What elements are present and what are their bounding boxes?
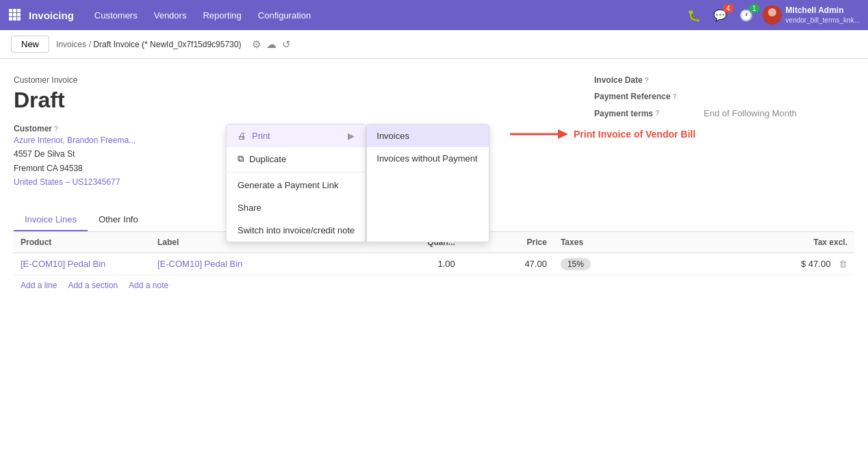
payment-ref-row: Payment Reference ? (594, 92, 854, 101)
add-section-btn[interactable]: Add a section (68, 281, 118, 290)
invoice-type: Customer Invoice (14, 75, 594, 85)
payment-link-menu-item[interactable]: Generate a Payment Link (227, 174, 366, 196)
col-product: Product (14, 232, 151, 253)
dropdown-menu: 🖨 Print ▶ ⧉ Duplicate Generate a Payment… (226, 124, 366, 242)
nav-vendors[interactable]: Vendors (147, 6, 194, 25)
annotation-container: Print Invoice of Vendor Bill (507, 124, 695, 144)
print-submenu: Invoices Invoices without Payment (366, 124, 489, 242)
settings-icon[interactable]: ⚙ (252, 38, 261, 51)
svg-rect-5 (17, 13, 21, 16)
svg-point-9 (768, 8, 776, 16)
customer-addr2: Fremont CA 94538 (14, 162, 136, 175)
label-link[interactable]: [E-COM10] Pedal Bin (157, 259, 242, 269)
svg-rect-8 (17, 17, 21, 21)
invoice-date-help-icon[interactable]: ? (645, 77, 649, 84)
tax-excl-cell: $ 47.00 🗑 (700, 253, 854, 274)
svg-rect-3 (9, 13, 12, 16)
svg-rect-7 (13, 17, 16, 21)
tab-invoice-lines[interactable]: Invoice Lines (14, 209, 88, 231)
switch-menu-item[interactable]: Switch into invoice/credit note (227, 219, 366, 242)
customer-addr3[interactable]: United States – US12345677 (14, 175, 136, 189)
invoice-date-row: Invoice Date ? (594, 75, 854, 85)
payment-ref-label: Payment Reference ? (594, 92, 697, 101)
customer-address: Azure Interior, Brandon Freema... 4557 D… (14, 133, 136, 190)
upload-icon[interactable]: ☁ (266, 38, 277, 51)
new-button[interactable]: New (11, 36, 49, 53)
add-note-btn[interactable]: Add a note (129, 281, 168, 290)
payment-terms-help-icon[interactable]: ? (655, 109, 659, 117)
action-icons: ⚙ ☁ ↺ (252, 38, 291, 51)
action-bar: New Invoices / Draft Invoice (* NewId_0x… (0, 30, 868, 59)
payment-terms-value[interactable]: End of Following Month (704, 108, 797, 118)
breadcrumb-invoices[interactable]: Invoices (56, 40, 86, 49)
customer-label: Customer ? (14, 124, 136, 133)
main-content: Customer Invoice Draft Customer ? Azure … (0, 59, 868, 451)
bug-icon-btn[interactable]: 🐛 (685, 8, 704, 23)
nav-customers[interactable]: Customers (88, 6, 144, 25)
svg-rect-6 (9, 17, 12, 21)
tax-cell: 15% (554, 253, 665, 274)
activity-badge: 1 (749, 4, 760, 13)
duplicate-menu-item[interactable]: ⧉ Duplicate (227, 147, 366, 170)
breadcrumb-current: Draft Invoice (* NewId_0x7f15d9c95730) (93, 40, 241, 49)
share-label: Share (238, 203, 261, 213)
messages-badge: 4 (723, 4, 734, 13)
user-menu[interactable]: Mitchell Admin vendor_bill_terms_knk... (763, 5, 860, 25)
switch-label: Switch into invoice/credit note (238, 225, 355, 235)
grid-icon[interactable] (8, 8, 21, 23)
customer-help-icon[interactable]: ? (54, 125, 58, 133)
activity-icon-btn[interactable]: 🕐 1 (737, 8, 756, 23)
table-row: [E-COM10] Pedal Bin [E-COM10] Pedal Bin … (14, 253, 854, 274)
annotation-text: Print Invoice of Vendor Bill (574, 129, 695, 140)
product-link[interactable]: [E-COM10] Pedal Bin (21, 259, 105, 269)
tax-badge[interactable]: 15% (561, 258, 591, 270)
spacer-cell (665, 253, 700, 274)
user-text: Mitchell Admin vendor_bill_terms_knk... (786, 5, 860, 25)
app-name[interactable]: Invoicing (29, 10, 74, 21)
submenu-invoices[interactable]: Invoices (367, 125, 489, 147)
dropdown-overlay: 🖨 Print ▶ ⧉ Duplicate Generate a Payment… (226, 124, 489, 242)
breadcrumb: Invoices / Draft Invoice (* NewId_0x7f15… (56, 39, 241, 49)
nav-configuration[interactable]: Configuration (251, 6, 318, 25)
svg-point-10 (765, 17, 779, 25)
user-detail: vendor_bill_terms_knk... (786, 16, 860, 25)
top-navigation: Invoicing Customers Vendors Reporting Co… (0, 0, 868, 30)
svg-rect-4 (13, 13, 16, 16)
print-label: Print (252, 131, 270, 141)
duplicate-label: Duplicate (249, 154, 286, 164)
customer-addr1: 4557 De Silva St (14, 147, 136, 161)
payment-terms-label: Payment terms ? (594, 109, 697, 118)
tab-other-info[interactable]: Other Info (88, 209, 149, 231)
tax-excl-value: $ 47.00 (801, 259, 830, 269)
invoice-date-label: Invoice Date ? (594, 75, 697, 85)
messages-icon-btn[interactable]: 💬 4 (711, 8, 730, 23)
product-cell: [E-COM10] Pedal Bin (14, 253, 151, 274)
menu-divider-1 (227, 172, 366, 172)
svg-rect-0 (9, 9, 12, 12)
svg-marker-12 (558, 129, 568, 139)
invoice-status: Draft (14, 88, 594, 113)
refresh-icon[interactable]: ↺ (282, 38, 291, 51)
customer-name[interactable]: Azure Interior, Brandon Freema... (14, 133, 136, 147)
label-cell: [E-COM10] Pedal Bin (151, 253, 356, 274)
col-taxes: Taxes (554, 232, 665, 253)
print-arrow-icon: ▶ (348, 131, 355, 141)
payment-link-label: Generate a Payment Link (238, 180, 338, 190)
add-row: Add a line Add a section Add a note (14, 275, 854, 296)
payment-terms-row: Payment terms ? End of Following Month (594, 108, 854, 118)
nav-reporting[interactable]: Reporting (196, 6, 248, 25)
annotation-arrow-svg (507, 124, 568, 144)
share-menu-item[interactable]: Share (227, 196, 366, 219)
price-cell[interactable]: 47.00 (462, 253, 554, 274)
submenu-invoices-no-payment[interactable]: Invoices without Payment (367, 147, 489, 170)
avatar (763, 5, 782, 25)
svg-rect-2 (17, 9, 21, 12)
payment-ref-help-icon[interactable]: ? (672, 93, 676, 101)
user-name: Mitchell Admin (786, 5, 860, 16)
print-menu-item[interactable]: 🖨 Print ▶ (227, 125, 366, 147)
add-line-btn[interactable]: Add a line (21, 281, 57, 290)
svg-rect-1 (13, 9, 16, 12)
print-icon: 🖨 (238, 131, 246, 141)
delete-icon[interactable]: 🗑 (839, 259, 847, 269)
quantity-cell[interactable]: 1.00 (356, 253, 462, 274)
